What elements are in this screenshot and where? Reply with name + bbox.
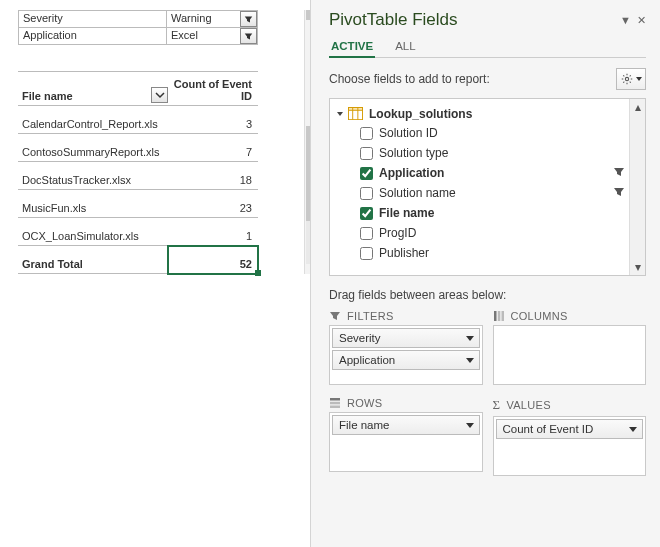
drag-instruction: Drag fields between areas below: (311, 276, 660, 310)
field-checkbox[interactable] (360, 167, 373, 180)
chip-label: File name (339, 419, 390, 431)
scroll-up-icon[interactable]: ▴ (630, 99, 645, 115)
chip-label: Severity (339, 332, 381, 344)
field-checkbox[interactable] (360, 127, 373, 140)
svg-rect-2 (348, 107, 362, 110)
svg-point-0 (625, 77, 628, 80)
expand-icon[interactable] (337, 112, 343, 116)
svg-rect-9 (330, 402, 340, 405)
chevron-down-icon[interactable] (629, 427, 637, 432)
pivot-val-header: Count of Event ID (168, 72, 258, 106)
pane-dropdown-icon[interactable]: ▼ (620, 14, 631, 27)
field-checkbox[interactable] (360, 187, 373, 200)
pane-close-icon[interactable]: ✕ (637, 14, 646, 27)
filter-icon (613, 186, 625, 201)
columns-icon (493, 310, 505, 322)
area-chip[interactable]: Application (332, 350, 480, 370)
filter-label: Application (19, 28, 167, 45)
filter-icon (329, 310, 341, 322)
svg-rect-8 (330, 398, 340, 401)
field-row[interactable]: Solution ID (330, 123, 645, 143)
field-label: Solution ID (379, 126, 438, 140)
field-checkbox[interactable] (360, 147, 373, 160)
table-row: ContosoSummaryReport.xls7 (18, 134, 258, 162)
filter-dropdown-button[interactable] (240, 11, 257, 27)
selected-cell[interactable]: 52 (168, 246, 258, 274)
chevron-down-icon[interactable] (466, 358, 474, 363)
filter-icon (613, 166, 625, 181)
rows-icon (329, 397, 341, 409)
table-row: OCX_LoanSimulator.xls1 (18, 218, 258, 246)
scroll-down-icon[interactable]: ▾ (630, 259, 645, 275)
field-checkbox[interactable] (360, 207, 373, 220)
field-label: ProgID (379, 226, 416, 240)
chip-label: Count of Event ID (503, 423, 594, 435)
filter-value: Warning (167, 11, 258, 28)
field-label: Solution name (379, 186, 456, 200)
pivot-row-dropdown[interactable] (151, 87, 168, 103)
svg-rect-5 (494, 311, 497, 321)
sigma-icon: Σ (493, 397, 501, 413)
tab-active[interactable]: ACTIVE (329, 36, 375, 58)
field-label: Application (379, 166, 444, 180)
grand-total-row: Grand Total 52 (18, 246, 258, 274)
filter-dropdown-button[interactable] (240, 28, 257, 44)
svg-rect-6 (497, 311, 500, 321)
field-label: Publisher (379, 246, 429, 260)
area-filters: FILTERS SeverityApplication (329, 310, 483, 385)
field-label: File name (379, 206, 434, 220)
field-row[interactable]: Solution type (330, 143, 645, 163)
field-row[interactable]: Solution name (330, 183, 645, 203)
chip-label: Application (339, 354, 395, 366)
field-label: Solution type (379, 146, 448, 160)
tools-dropdown[interactable] (616, 68, 646, 90)
field-row[interactable]: ProgID (330, 223, 645, 243)
field-checkbox[interactable] (360, 227, 373, 240)
filter-value: Excel (167, 28, 258, 45)
chevron-down-icon[interactable] (466, 336, 474, 341)
area-columns: COLUMNS (493, 310, 647, 385)
field-row[interactable]: Application (330, 163, 645, 183)
area-chip[interactable]: Count of Event ID (496, 419, 644, 439)
table-row: MusicFun.xls23 (18, 190, 258, 218)
svg-rect-10 (330, 406, 340, 409)
svg-rect-7 (501, 311, 504, 321)
filter-label: Severity (19, 11, 167, 28)
field-row[interactable]: Publisher (330, 243, 645, 263)
area-rows: ROWS File name (329, 397, 483, 476)
area-values: Σ VALUES Count of Event ID (493, 397, 647, 476)
pivot-table: File name Count of Event ID CalendarCont… (18, 71, 258, 274)
fieldlist-scrollbar[interactable]: ▴ ▾ (629, 99, 645, 275)
chevron-down-icon[interactable] (466, 423, 474, 428)
table-row: DocStatusTracker.xlsx18 (18, 162, 258, 190)
tab-all[interactable]: ALL (393, 36, 417, 57)
area-chip[interactable]: File name (332, 415, 480, 435)
pane-title: PivotTable Fields (329, 10, 458, 30)
instruction-text: Choose fields to add to report: (329, 72, 490, 86)
table-row: CalendarControl_Report.xls3 (18, 106, 258, 134)
field-list: Lookup_solutions Solution ID Solution ty… (329, 98, 646, 276)
area-chip[interactable]: Severity (332, 328, 480, 348)
field-checkbox[interactable] (360, 247, 373, 260)
field-row[interactable]: File name (330, 203, 645, 223)
pivot-row-header: File name (18, 72, 168, 106)
table-icon (348, 107, 363, 121)
pivottable-fields-pane: PivotTable Fields ▼ ✕ ACTIVE ALL Choose … (310, 0, 660, 547)
table-node[interactable]: Lookup_solutions (330, 105, 645, 123)
